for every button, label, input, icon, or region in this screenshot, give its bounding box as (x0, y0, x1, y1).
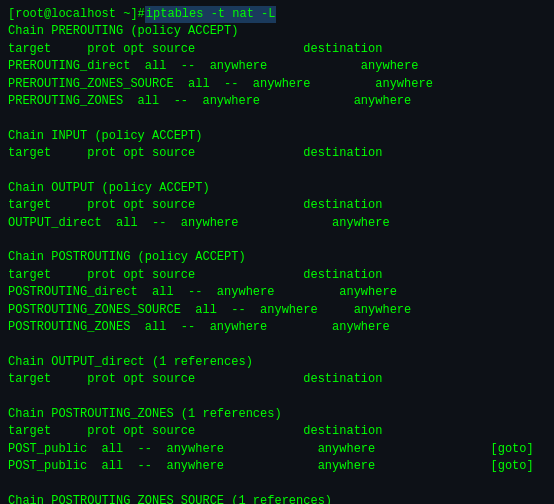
chain-input-header: Chain INPUT (policy ACCEPT) (8, 128, 546, 145)
spacer-1 (8, 110, 546, 127)
chain-output-header: Chain OUTPUT (policy ACCEPT) (8, 180, 546, 197)
prompt: [root@localhost ~]# (8, 6, 145, 23)
rule-prerouting-zones-source: PREROUTING_ZONES_SOURCE all -- anywhere … (8, 76, 546, 93)
rule-postrouting-zones-source: POSTROUTING_ZONES_SOURCE all -- anywhere… (8, 302, 546, 319)
col-header-3: target prot opt source destination (8, 197, 546, 214)
spacer-6 (8, 476, 546, 493)
rule-prerouting-direct: PREROUTING_direct all -- anywhere anywhe… (8, 58, 546, 75)
chain-postrouting-zones-source-header: Chain POSTROUTING_ZONES_SOURCE (1 refere… (8, 493, 546, 504)
rule-postrouting-direct: POSTROUTING_direct all -- anywhere anywh… (8, 284, 546, 301)
rule-post-public-2: POST_public all -- anywhere anywhere [go… (8, 458, 546, 475)
spacer-2 (8, 163, 546, 180)
rule-post-public-1: POST_public all -- anywhere anywhere [go… (8, 441, 546, 458)
chain-postrouting-header: Chain POSTROUTING (policy ACCEPT) (8, 249, 546, 266)
chain-output-direct-header: Chain OUTPUT_direct (1 references) (8, 354, 546, 371)
terminal-window: [root@localhost ~]# iptables -t nat -L C… (0, 0, 554, 504)
rule-postrouting-zones: POSTROUTING_ZONES all -- anywhere anywhe… (8, 319, 546, 336)
chain-postrouting-zones-header: Chain POSTROUTING_ZONES (1 references) (8, 406, 546, 423)
spacer-5 (8, 389, 546, 406)
col-header-5: target prot opt source destination (8, 371, 546, 388)
rule-output-direct: OUTPUT_direct all -- anywhere anywhere (8, 215, 546, 232)
col-header-6: target prot opt source destination (8, 423, 546, 440)
spacer-4 (8, 336, 546, 353)
chain-prerouting-header: Chain PREROUTING (policy ACCEPT) (8, 23, 546, 40)
rule-prerouting-zones: PREROUTING_ZONES all -- anywhere anywher… (8, 93, 546, 110)
col-header-2: target prot opt source destination (8, 145, 546, 162)
col-header-4: target prot opt source destination (8, 267, 546, 284)
col-header-1: target prot opt source destination (8, 41, 546, 58)
command-line: [root@localhost ~]# iptables -t nat -L (8, 6, 546, 23)
spacer-3 (8, 232, 546, 249)
command: iptables -t nat -L (145, 6, 277, 23)
